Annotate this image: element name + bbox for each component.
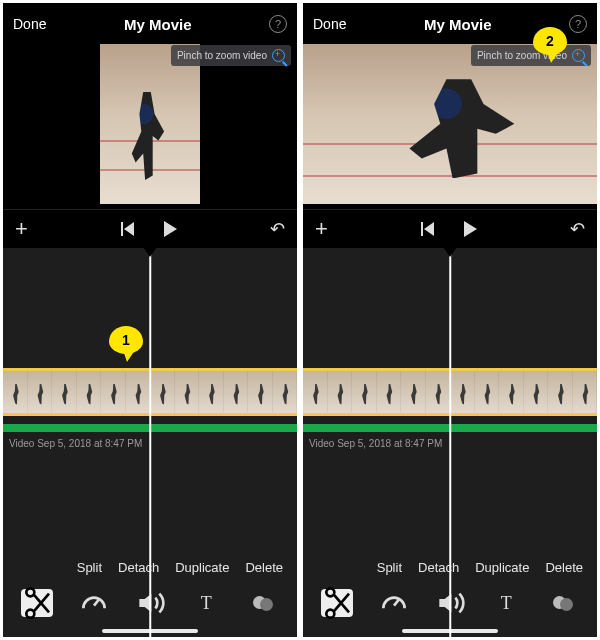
speedometer-icon: [378, 587, 410, 619]
split-button[interactable]: Split: [77, 560, 102, 575]
clip-metadata: Video Sep 5, 2018 at 8:47 PM: [309, 438, 442, 449]
transport-controls: + ↶: [303, 209, 597, 248]
zoom-hint-label: Pinch to zoom video: [177, 50, 267, 61]
delete-button[interactable]: Delete: [245, 560, 283, 575]
add-media-button[interactable]: +: [315, 216, 328, 242]
skip-start-button[interactable]: [421, 222, 434, 236]
titles-tool[interactable]: T: [190, 589, 222, 617]
clip-metadata: Video Sep 5, 2018 at 8:47 PM: [9, 438, 142, 449]
timeline[interactable]: Video Sep 5, 2018 at 8:47 PM Split Detac…: [303, 248, 597, 637]
annotation-number: 2: [546, 33, 554, 49]
detach-button[interactable]: Detach: [418, 560, 459, 575]
overlap-circles-icon: [553, 595, 573, 611]
preview-area[interactable]: Pinch to zoom video: [3, 39, 297, 209]
play-button[interactable]: [464, 221, 477, 237]
filters-tool[interactable]: [547, 589, 579, 617]
playhead[interactable]: [149, 248, 151, 637]
skip-start-button[interactable]: [121, 222, 134, 236]
speed-tool[interactable]: [378, 589, 410, 617]
play-button[interactable]: [164, 221, 177, 237]
detach-button[interactable]: Detach: [118, 560, 159, 575]
zoom-hint-pill[interactable]: Pinch to zoom video: [171, 45, 291, 66]
overlap-circles-icon: [253, 595, 273, 611]
phone-left: Done My Movie ? Pinch to zoom video + ↶ …: [3, 3, 297, 637]
duplicate-button[interactable]: Duplicate: [175, 560, 229, 575]
annotation-number: 1: [122, 332, 130, 348]
video-preview[interactable]: [303, 44, 597, 204]
done-button[interactable]: Done: [313, 16, 346, 32]
split-button[interactable]: Split: [377, 560, 402, 575]
filters-tool[interactable]: [247, 589, 279, 617]
speed-tool[interactable]: [78, 589, 110, 617]
project-title: My Movie: [424, 16, 492, 33]
video-preview[interactable]: [100, 44, 200, 204]
help-icon[interactable]: ?: [569, 15, 587, 33]
duplicate-button[interactable]: Duplicate: [475, 560, 529, 575]
scissors-icon: [21, 587, 53, 619]
preview-area[interactable]: Pinch to zoom video: [303, 39, 597, 209]
zoom-hint-pill[interactable]: Pinch to zoom video: [471, 45, 591, 66]
speedometer-icon: [78, 587, 110, 619]
cut-tool[interactable]: [21, 589, 53, 617]
annotation-callout-1: 1: [109, 326, 143, 354]
magnify-plus-icon: [572, 49, 585, 62]
titles-tool[interactable]: T: [490, 589, 522, 617]
undo-button[interactable]: ↶: [570, 218, 585, 240]
playhead[interactable]: [449, 248, 451, 637]
header: Done My Movie ?: [3, 3, 297, 39]
playhead-marker-icon: [443, 248, 457, 257]
phone-right: Done My Movie ? 2 Pinch to zoom video + …: [303, 3, 597, 637]
transport-controls: + ↶: [3, 209, 297, 248]
scissors-icon: [321, 587, 353, 619]
annotation-callout-2: 2: [533, 27, 567, 55]
help-icon[interactable]: ?: [269, 15, 287, 33]
undo-button[interactable]: ↶: [270, 218, 285, 240]
project-title: My Movie: [124, 16, 192, 33]
magnify-plus-icon: [272, 49, 285, 62]
add-media-button[interactable]: +: [15, 216, 28, 242]
playhead-marker-icon: [143, 248, 157, 257]
done-button[interactable]: Done: [13, 16, 46, 32]
timeline[interactable]: 1 Video Sep 5, 2018 at 8:47 PM Split Det…: [3, 248, 297, 637]
cut-tool[interactable]: [321, 589, 353, 617]
delete-button[interactable]: Delete: [545, 560, 583, 575]
